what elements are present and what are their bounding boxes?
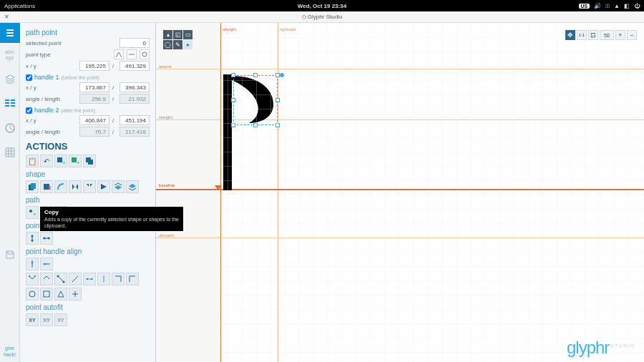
svg-point-36 xyxy=(34,275,36,277)
pp-xy-label: x / y xyxy=(26,63,57,69)
rail-guides-icon[interactable] xyxy=(2,145,18,160)
ha-3[interactable] xyxy=(54,273,67,285)
sel-handle-w[interactable] xyxy=(231,98,235,102)
ha-8[interactable] xyxy=(126,273,139,285)
sel-handle-se[interactable] xyxy=(275,123,280,127)
selection-box[interactable] xyxy=(233,75,278,125)
guide-ascent xyxy=(156,69,644,69)
sel-handle-sw[interactable] xyxy=(231,123,235,127)
svg-point-37 xyxy=(57,275,59,278)
action-undo[interactable]: ↶ xyxy=(40,155,53,167)
sel-handle-e[interactable] xyxy=(275,98,280,102)
ha-h1v[interactable] xyxy=(26,258,39,270)
shape-reverse[interactable] xyxy=(54,180,67,193)
guide-descent xyxy=(156,238,644,238)
actions-heading: ACTIONS xyxy=(26,141,150,152)
battery-icon[interactable]: ◧ xyxy=(624,3,630,9)
close-icon[interactable]: ✕ xyxy=(4,14,9,20)
tool-pathedit[interactable]: ▸ xyxy=(183,40,192,49)
autofit-y[interactable]: XY xyxy=(54,313,67,326)
sel-rotate-handle[interactable] xyxy=(280,73,284,77)
selected-point-input[interactable] xyxy=(119,38,150,48)
bell-icon[interactable]: ▲ xyxy=(614,3,620,9)
tool-newoval[interactable]: ◯ xyxy=(163,40,172,49)
rail-text-icon[interactable]: abcxyz xyxy=(2,47,18,63)
path-addpoint[interactable]: + xyxy=(26,206,39,219)
h1-x-input[interactable] xyxy=(79,82,109,92)
tool-resize[interactable]: ◱ xyxy=(173,30,182,39)
align-y[interactable] xyxy=(40,232,53,245)
svg-rect-44 xyxy=(44,291,49,297)
pointtype-label: point type xyxy=(26,52,57,58)
handle2-toggle[interactable] xyxy=(26,107,32,114)
ha-10[interactable] xyxy=(40,288,53,300)
h2-y-input[interactable] xyxy=(119,115,150,125)
ha-9[interactable] xyxy=(26,288,39,300)
ha-h1h[interactable] xyxy=(40,258,53,270)
applications-menu[interactable]: Applications xyxy=(4,3,35,9)
rail-layers-icon[interactable] xyxy=(2,72,18,87)
ha-7[interactable] xyxy=(112,273,125,285)
shape-rotateleft[interactable] xyxy=(97,180,110,193)
sel-handle-nw[interactable] xyxy=(231,73,235,77)
tool-arrow[interactable]: ▴ xyxy=(163,30,172,39)
zoom-value[interactable]: 50 xyxy=(600,30,614,40)
shape-delete[interactable]: ✕ xyxy=(40,180,53,193)
ha-12[interactable] xyxy=(69,288,82,300)
h2-xy-label: x / y xyxy=(26,117,57,124)
xh-label2: xheight xyxy=(159,115,172,119)
pathpoint-heading: path point xyxy=(26,29,150,36)
pointtype-corner[interactable] xyxy=(114,49,124,59)
h1-y-input[interactable] xyxy=(119,82,150,92)
h2-x-input[interactable] xyxy=(79,115,109,125)
ha-2[interactable] xyxy=(40,273,53,285)
h1-xy-label: x / y xyxy=(26,84,57,91)
shape-fliph[interactable] xyxy=(69,180,82,193)
tool-newrect[interactable]: ▭ xyxy=(183,30,192,39)
give-back-link[interactable]: giveback! xyxy=(4,345,16,358)
autofit-xy[interactable]: XY xyxy=(26,313,39,326)
zoom-fit[interactable]: ✥ xyxy=(565,30,575,40)
shape-layerup[interactable] xyxy=(112,180,125,193)
align-x[interactable] xyxy=(26,232,39,245)
pp-y-input[interactable] xyxy=(119,61,150,71)
ha-4[interactable] xyxy=(69,273,82,285)
edit-canvas[interactable]: xheight rightside ascent xheight baselin… xyxy=(156,23,644,362)
wifi-icon[interactable]: �᷍ xyxy=(605,3,610,9)
action-addcomponent[interactable]: + xyxy=(69,155,82,167)
autofit-x[interactable]: XY xyxy=(40,313,53,326)
sel-handle-n[interactable] xyxy=(253,73,258,77)
menu-button[interactable] xyxy=(0,23,20,43)
ha-6[interactable] xyxy=(97,273,110,285)
copy-tooltip: Copy Adds a copy of the currently select… xyxy=(40,207,183,231)
svg-rect-45 xyxy=(223,74,232,190)
rail-history-icon[interactable] xyxy=(2,120,18,136)
shape-copy[interactable] xyxy=(26,180,39,193)
handle1-toggle[interactable] xyxy=(26,74,32,81)
input-lang[interactable]: US xyxy=(579,4,590,9)
shape-flipv[interactable] xyxy=(83,180,96,193)
rail-attributes-icon[interactable] xyxy=(2,96,18,112)
action-addshape[interactable]: + xyxy=(54,155,67,167)
action-paste[interactable]: 📋 xyxy=(26,155,39,167)
ha-11[interactable] xyxy=(54,288,67,300)
zoom-1to1[interactable]: 1:1 xyxy=(577,30,587,40)
ha-5[interactable] xyxy=(83,273,96,285)
zoom-in[interactable]: + xyxy=(615,30,625,40)
path-heading: path xyxy=(26,196,150,204)
pointtype-flat[interactable] xyxy=(127,49,137,59)
zoom-out[interactable]: − xyxy=(627,30,637,40)
tool-newpath[interactable]: ✎ xyxy=(173,40,182,49)
shape-layerdown[interactable] xyxy=(126,180,139,193)
handle1-heading: handle 1 (before the point) xyxy=(26,74,150,81)
svg-point-41 xyxy=(91,278,92,280)
pp-x-input[interactable] xyxy=(79,61,109,71)
volume-icon[interactable]: 🔊 xyxy=(594,3,601,9)
zoom-em[interactable]: ⊡ xyxy=(588,30,598,40)
power-icon[interactable]: ⏻ xyxy=(634,3,640,9)
rail-save-icon[interactable] xyxy=(2,247,18,263)
action-linkcomponent[interactable] xyxy=(83,155,96,167)
sel-handle-s[interactable] xyxy=(253,123,258,127)
ha-1[interactable] xyxy=(26,273,39,285)
pointtype-symmetric[interactable] xyxy=(140,49,150,59)
